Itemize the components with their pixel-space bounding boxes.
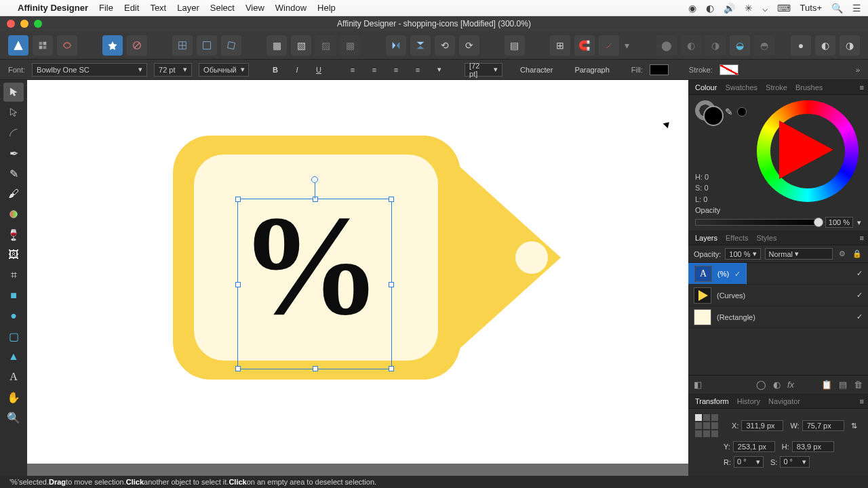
picked-colour-swatch[interactable] [737, 107, 747, 117]
fill-tool-icon[interactable] [3, 205, 24, 224]
cloud-icon[interactable]: ◐ [706, 3, 714, 14]
colour-picker-icon[interactable]: ✎ [725, 106, 733, 117]
snapping-icon[interactable]: 🧲 [574, 35, 595, 56]
panel-menu-icon[interactable]: ≡ [860, 397, 864, 405]
minimize-button[interactable] [20, 20, 28, 28]
snap-bounds-icon[interactable] [197, 35, 217, 56]
view-split-icon[interactable]: ◐ [815, 35, 835, 56]
menu-select[interactable]: Select [210, 3, 235, 13]
move-tool-icon[interactable] [3, 83, 24, 102]
align-justify-icon[interactable]: ≡ [410, 62, 425, 77]
canvas-area[interactable]: % [27, 80, 688, 476]
corner-tool-icon[interactable] [3, 123, 24, 142]
tab-effects[interactable]: Effects [723, 232, 751, 243]
tab-stroke[interactable]: Stroke [763, 82, 790, 93]
colour-wheel[interactable] [757, 100, 859, 202]
panel-menu-icon[interactable]: ≡ [860, 234, 864, 242]
bold-button[interactable]: B [268, 62, 283, 77]
tab-swatches[interactable]: Swatches [722, 82, 760, 93]
sync-defaults-icon[interactable] [127, 35, 147, 56]
menu-layer[interactable]: Layer [177, 3, 199, 13]
boolean-add-icon[interactable]: ⬤ [656, 35, 677, 56]
volume-icon[interactable]: 🔊 [724, 3, 735, 14]
s-input[interactable]: 0 °▾ [780, 456, 810, 468]
app-name[interactable]: Affinity Designer [18, 3, 88, 13]
boolean-divide-icon[interactable]: ◓ [754, 35, 774, 56]
font-style-combo[interactable]: Обычный▾ [199, 63, 249, 77]
layer-settings-icon[interactable]: ⚙ [837, 249, 848, 260]
tab-navigator[interactable]: Navigator [766, 396, 803, 407]
menu-window[interactable]: Window [275, 3, 307, 13]
order-backward-icon[interactable]: ▨ [315, 35, 336, 56]
view-mirror-icon[interactable]: ◑ [840, 35, 860, 56]
grid-toggle-icon[interactable]: ⊞ [550, 35, 570, 56]
pixel-persona-icon[interactable] [33, 35, 53, 56]
layer-opacity-combo[interactable]: 100 %▾ [725, 248, 760, 260]
underline-button[interactable]: U [311, 62, 326, 77]
w-input[interactable]: 75,7 px [802, 420, 844, 431]
keyboard-icon[interactable]: ⌨ [777, 3, 791, 14]
delete-layer-icon[interactable]: 🗑 [854, 380, 863, 390]
order-front-icon[interactable]: ▦ [267, 35, 287, 56]
clipboard-icon[interactable]: 📋 [821, 380, 832, 390]
snap-grid-icon[interactable] [172, 35, 193, 56]
layer-lock-icon[interactable]: 🔒 [852, 249, 863, 260]
menu-view[interactable]: View [245, 3, 264, 13]
fx-icon[interactable]: fx [787, 380, 794, 390]
crop-tool-icon[interactable]: ⌗ [3, 266, 24, 285]
align-dropdown-icon[interactable]: ▾ [432, 62, 447, 77]
align-left-icon[interactable]: ≡ [345, 62, 360, 77]
leading-combo[interactable]: [72 pt]▾ [465, 63, 502, 77]
font-family-combo[interactable]: Bowlby One SC▾ [32, 63, 147, 77]
order-forward-icon[interactable]: ▧ [291, 35, 311, 56]
transparency-tool-icon[interactable]: 🍷 [3, 225, 24, 244]
blend-mode-combo[interactable]: Normal▾ [765, 248, 833, 260]
context-expand-icon[interactable]: » [856, 66, 860, 74]
h-input[interactable]: 83,9 px [792, 441, 834, 452]
snap-dropdown-icon[interactable]: ▾ [623, 35, 631, 56]
brush-tool-icon[interactable]: 🖌 [3, 184, 24, 203]
layer-item-rectangle[interactable]: (Rectangle) ✓ [688, 306, 868, 328]
adjustment-layer-icon[interactable]: ◐ [773, 380, 781, 390]
menu-file[interactable]: File [99, 3, 113, 13]
record-icon[interactable]: ◉ [688, 3, 696, 14]
menu-help[interactable]: Help [317, 3, 336, 13]
place-image-tool-icon[interactable]: 🖼 [3, 245, 24, 264]
ellipse-tool-icon[interactable]: ● [3, 306, 24, 325]
character-link[interactable]: Character [520, 66, 553, 74]
view-single-icon[interactable]: ● [791, 35, 811, 56]
zoom-tool-icon[interactable]: 🔍 [3, 408, 24, 427]
layer-item-curves-1[interactable]: (Curves) ✓ [688, 263, 868, 285]
layer-visible-checkbox[interactable]: ✓ [856, 269, 863, 278]
flip-vertical-icon[interactable] [410, 35, 431, 56]
shape-defaults-icon[interactable] [102, 35, 123, 56]
mask-layer-icon[interactable]: ◯ [756, 380, 766, 390]
force-pixel-icon[interactable]: ⟋ [599, 35, 619, 56]
percent-text[interactable]: % [239, 194, 382, 336]
y-input[interactable]: 253,1 px [733, 441, 775, 452]
opacity-value[interactable]: 100 % [825, 217, 853, 228]
text-tool-icon[interactable]: A [3, 367, 24, 386]
align-right-icon[interactable]: ≡ [389, 62, 403, 77]
align-left-icon[interactable]: ▤ [505, 35, 525, 56]
panel-menu-icon[interactable]: ≡ [860, 83, 864, 92]
designer-persona-icon[interactable] [8, 35, 28, 56]
wifi-icon[interactable]: ⌵ [762, 3, 768, 14]
align-center-icon[interactable]: ≡ [367, 62, 382, 77]
snap-nodes-icon[interactable] [221, 35, 241, 56]
boolean-xor-icon[interactable]: ◒ [730, 35, 750, 56]
layer-visible-checkbox[interactable]: ✓ [856, 312, 863, 321]
tab-styles[interactable]: Styles [753, 232, 779, 243]
italic-button[interactable]: I [290, 62, 304, 77]
menu-list-icon[interactable]: ☰ [852, 3, 861, 14]
link-wh-icon[interactable]: ⇅ [851, 422, 857, 430]
tab-colour[interactable]: Colour [692, 82, 719, 93]
snowflake-icon[interactable]: ✳ [745, 3, 753, 14]
rotate-cw-icon[interactable]: ⟳ [459, 35, 479, 56]
close-button[interactable] [7, 20, 15, 28]
anchor-selector[interactable] [695, 414, 718, 437]
r-input[interactable]: 0 °▾ [734, 456, 764, 468]
maximize-button[interactable] [34, 20, 42, 28]
menu-text[interactable]: Text [150, 3, 166, 13]
x-input[interactable]: 311,9 px [741, 420, 783, 431]
